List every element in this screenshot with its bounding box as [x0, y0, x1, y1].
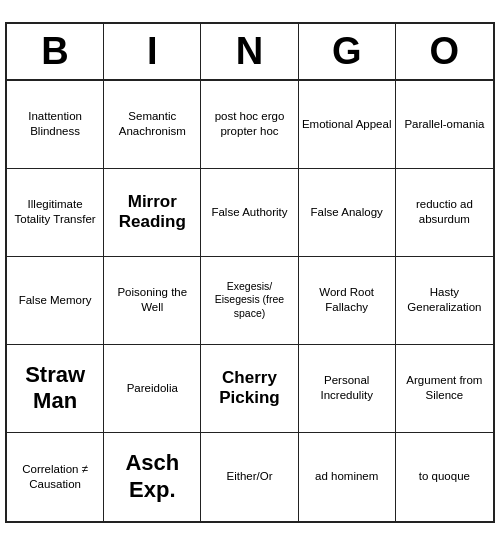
bingo-cell: to quoque: [396, 433, 493, 521]
bingo-cell: Emotional Appeal: [299, 81, 396, 169]
bingo-header: BINGO: [7, 24, 493, 81]
bingo-cell: Word Root Fallachy: [299, 257, 396, 345]
bingo-cell: Inattention Blindness: [7, 81, 104, 169]
bingo-cell: Correlation ≠ Causation: [7, 433, 104, 521]
bingo-cell: reductio ad absurdum: [396, 169, 493, 257]
bingo-cell: Poisoning the Well: [104, 257, 201, 345]
bingo-cell: False Authority: [201, 169, 298, 257]
header-letter: B: [7, 24, 104, 79]
bingo-cell: Hasty Generalization: [396, 257, 493, 345]
bingo-cell: Asch Exp.: [104, 433, 201, 521]
bingo-cell: Either/Or: [201, 433, 298, 521]
header-letter: N: [201, 24, 298, 79]
bingo-grid: Inattention BlindnessSemantic Anachronis…: [7, 81, 493, 521]
header-letter: G: [299, 24, 396, 79]
bingo-cell: False Memory: [7, 257, 104, 345]
bingo-cell: Argument from Silence: [396, 345, 493, 433]
bingo-cell: Illegitimate Totality Transfer: [7, 169, 104, 257]
bingo-cell: Parallel-omania: [396, 81, 493, 169]
bingo-cell: Pareidolia: [104, 345, 201, 433]
header-letter: I: [104, 24, 201, 79]
bingo-cell: Exegesis/ Eisegesis (free space): [201, 257, 298, 345]
bingo-cell: Cherry Picking: [201, 345, 298, 433]
bingo-cell: Semantic Anachronism: [104, 81, 201, 169]
bingo-cell: Mirror Reading: [104, 169, 201, 257]
bingo-cell: post hoc ergo propter hoc: [201, 81, 298, 169]
header-letter: O: [396, 24, 493, 79]
bingo-cell: False Analogy: [299, 169, 396, 257]
bingo-card: BINGO Inattention BlindnessSemantic Anac…: [5, 22, 495, 523]
bingo-cell: Straw Man: [7, 345, 104, 433]
bingo-cell: ad hominem: [299, 433, 396, 521]
bingo-cell: Personal Incredulity: [299, 345, 396, 433]
